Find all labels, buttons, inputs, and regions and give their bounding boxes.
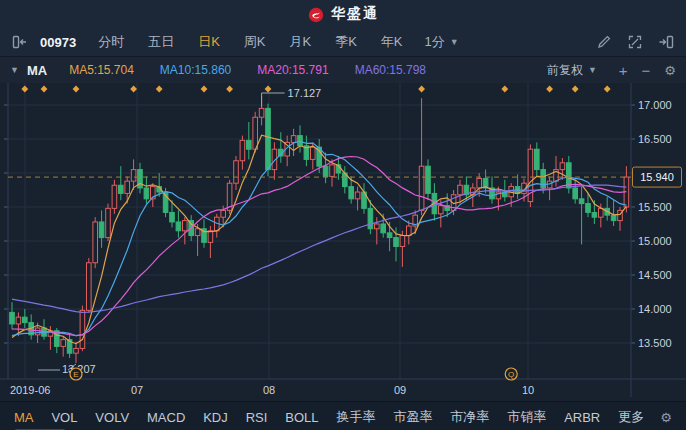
bottom-tab-MACD[interactable]: MACD bbox=[147, 410, 185, 425]
period-tab-1[interactable]: 五日 bbox=[148, 33, 174, 51]
indicator-tab-bar: MAVOLVOLVMACDKDJRSIBOLL换手率市盈率市净率市销率ARBR更… bbox=[0, 401, 686, 430]
indicator-legend-bar: ▼ MA MA5:15.704MA10:15.860MA20:15.791MA6… bbox=[0, 57, 686, 83]
candlestick-chart[interactable]: 17.00016.50016.00015.50015.00014.50014.0… bbox=[0, 83, 686, 401]
grid-layer bbox=[0, 83, 686, 397]
svg-text:14.500: 14.500 bbox=[638, 269, 672, 281]
diamond-icon bbox=[226, 86, 233, 93]
price-adjust-label: 前复权 bbox=[547, 62, 583, 79]
zoom-in-icon[interactable]: + bbox=[619, 63, 628, 78]
diamond-icon bbox=[546, 86, 553, 93]
diamond-icon bbox=[572, 86, 579, 93]
diamond-icon bbox=[73, 86, 80, 93]
period-tab-3[interactable]: 周K bbox=[244, 33, 266, 51]
edit-pencil-icon[interactable] bbox=[596, 34, 612, 50]
ma-values: MA5:15.704MA10:15.860MA20:15.791MA60:15.… bbox=[69, 63, 426, 77]
svg-text:08: 08 bbox=[263, 384, 275, 396]
period-tab-5[interactable]: 季K bbox=[335, 33, 357, 51]
svg-text:E: E bbox=[73, 370, 78, 379]
indicator-tabs: MAVOLVOLVMACDKDJRSIBOLL换手率市盈率市净率市销率ARBR更… bbox=[14, 408, 644, 426]
chart-toolbar: 00973 分时五日日K周K月K季K年K 1分 ▼ bbox=[0, 28, 686, 57]
svg-text:15.500: 15.500 bbox=[638, 201, 672, 213]
ma-value-1: MA10:15.860 bbox=[160, 63, 231, 77]
diamond-icon bbox=[418, 86, 425, 93]
svg-text:17.000: 17.000 bbox=[638, 99, 672, 111]
stock-chart-app: 华盛通 00973 分时五日日K周K月K季K年K 1分 ▼ bbox=[0, 0, 686, 430]
stock-code: 00973 bbox=[40, 35, 76, 50]
zoom-out-icon[interactable]: − bbox=[642, 63, 651, 78]
bottom-tab-ARBR[interactable]: ARBR bbox=[564, 410, 600, 425]
caret-down-icon: ▼ bbox=[450, 37, 459, 47]
period-tab-6[interactable]: 年K bbox=[381, 33, 403, 51]
app-logo: 华盛通 bbox=[307, 5, 379, 23]
svg-text:13.500: 13.500 bbox=[638, 337, 672, 349]
svg-text:2019-06: 2019-06 bbox=[10, 384, 50, 396]
bottom-tab-市销率[interactable]: 市销率 bbox=[507, 408, 546, 426]
period-tab-2[interactable]: 日K bbox=[198, 33, 220, 51]
svg-text:15.940: 15.940 bbox=[640, 171, 674, 183]
bottom-tab-更多[interactable]: 更多 bbox=[618, 408, 644, 426]
bottom-tab-KDJ[interactable]: KDJ bbox=[203, 410, 228, 425]
expand-right-panel-icon[interactable] bbox=[658, 34, 674, 50]
interval-dropdown[interactable]: 1分 ▼ bbox=[425, 33, 459, 51]
bottom-tab-换手率[interactable]: 换手率 bbox=[336, 408, 375, 426]
bottom-tab-VOLV[interactable]: VOLV bbox=[95, 410, 129, 425]
svg-text:09: 09 bbox=[394, 384, 406, 396]
caret-down-icon: ▼ bbox=[588, 65, 597, 75]
period-tab-4[interactable]: 月K bbox=[290, 33, 312, 51]
logo-flame-icon bbox=[307, 5, 325, 23]
diamond-icon bbox=[501, 86, 508, 93]
indicator-controls: 前复权 ▼ + − ⚙ bbox=[547, 62, 676, 79]
diamond-icon bbox=[201, 86, 208, 93]
collapse-left-panel-icon[interactable] bbox=[12, 34, 28, 50]
ma-value-3: MA60:15.798 bbox=[355, 63, 426, 77]
bottom-tab-VOL[interactable]: VOL bbox=[51, 410, 77, 425]
bottom-tab-BOLL[interactable]: BOLL bbox=[285, 410, 318, 425]
period-tabs: 分时五日日K周K月K季K年K bbox=[98, 33, 402, 51]
interval-label: 1分 bbox=[425, 33, 445, 51]
diamond-icon bbox=[130, 86, 137, 93]
toolbar-right-icons bbox=[596, 34, 674, 50]
y-axis-labels: 17.00016.50016.00015.50015.00014.50014.0… bbox=[638, 99, 672, 349]
diamond-icon bbox=[265, 86, 272, 93]
svg-text:07: 07 bbox=[131, 384, 143, 396]
indicator-settings-gear-icon[interactable]: ⚙ bbox=[660, 411, 672, 424]
ma-value-2: MA20:15.791 bbox=[257, 63, 328, 77]
indicator-collapse-icon[interactable]: ▼ bbox=[10, 65, 19, 75]
bottom-tab-MA[interactable]: MA bbox=[14, 410, 34, 425]
period-tab-0[interactable]: 分时 bbox=[98, 33, 124, 51]
diamond-icon bbox=[41, 86, 48, 93]
x-axis-labels: 2019-0607080910 bbox=[10, 384, 534, 396]
svg-text:Q: Q bbox=[508, 370, 514, 379]
svg-text:15.000: 15.000 bbox=[638, 235, 672, 247]
bottom-tab-市净率[interactable]: 市净率 bbox=[450, 408, 489, 426]
price-adjust-dropdown[interactable]: 前复权 ▼ bbox=[547, 62, 605, 79]
svg-text:16.500: 16.500 bbox=[638, 133, 672, 145]
svg-text:10: 10 bbox=[522, 384, 534, 396]
fullscreen-icon[interactable] bbox=[627, 34, 643, 50]
bottom-tab-RSI[interactable]: RSI bbox=[246, 410, 268, 425]
diamond-icon bbox=[604, 86, 611, 93]
app-title: 华盛通 bbox=[331, 5, 379, 23]
ma60-line bbox=[12, 185, 626, 312]
svg-text:14.000: 14.000 bbox=[638, 303, 672, 315]
indicator-name[interactable]: MA bbox=[27, 63, 47, 78]
app-header: 华盛通 bbox=[0, 0, 686, 28]
candles-layer bbox=[10, 96, 629, 363]
bottom-tab-市盈率[interactable]: 市盈率 bbox=[393, 408, 432, 426]
settings-gear-icon[interactable]: ⚙ bbox=[664, 64, 676, 77]
diamond-icon bbox=[156, 86, 163, 93]
ma-value-0: MA5:15.704 bbox=[69, 63, 134, 77]
diamond-icon bbox=[21, 86, 28, 93]
svg-text:17.127: 17.127 bbox=[288, 87, 322, 99]
chart-area: 17.00016.50016.00015.50015.00014.50014.0… bbox=[0, 83, 686, 401]
